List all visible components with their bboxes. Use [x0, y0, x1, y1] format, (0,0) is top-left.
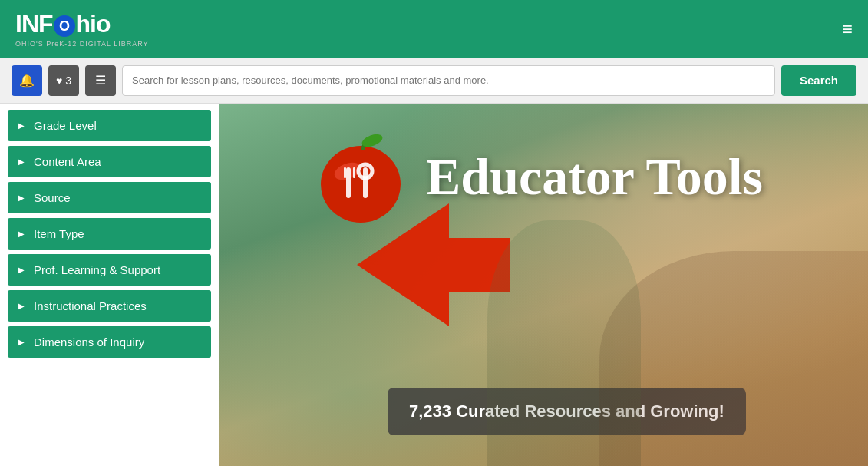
sidebar-item-label: Content Area [34, 155, 101, 168]
toolbar: 🔔 ♥ 3 ☰ Search [0, 58, 868, 104]
list-button[interactable]: ☰ [85, 65, 116, 96]
chevron-icon: ▶ [18, 230, 25, 238]
logo-wrapper: INFOhio OHIO'S PreK-12 DIGITAL LIBRARY [15, 10, 149, 48]
svg-rect-4 [344, 167, 346, 178]
sidebar-item-label: Grade Level [34, 119, 97, 132]
sidebar-item-content-area[interactable]: ▶ Content Area [8, 146, 211, 177]
favorites-button[interactable]: ♥ 3 [48, 65, 79, 96]
svg-rect-3 [346, 167, 351, 198]
search-button[interactable]: Search [781, 65, 856, 96]
logo-hio: hio [76, 10, 111, 38]
sidebar-item-label: Source [34, 191, 71, 204]
sidebar-item-item-type[interactable]: ▶ Item Type [8, 218, 211, 250]
sidebar: ▶ Grade Level ▶ Content Area ▶ Source ▶ … [0, 104, 219, 466]
sidebar-item-source[interactable]: ▶ Source [8, 182, 211, 213]
heart-icon: ♥ [56, 74, 62, 87]
svg-rect-5 [353, 167, 355, 178]
sidebar-item-prof-learning[interactable]: ▶ Prof. Learning & Support [8, 254, 211, 286]
logo-subtitle: OHIO'S PreK-12 DIGITAL LIBRARY [15, 40, 149, 48]
sidebar-item-instructional-practices[interactable]: ▶ Instructional Practices [8, 290, 211, 322]
sidebar-item-label: Prof. Learning & Support [34, 263, 160, 276]
header: INFOhio OHIO'S PreK-12 DIGITAL LIBRARY ≡ [0, 0, 868, 58]
logo-inf: INF [15, 10, 53, 38]
svg-rect-6 [363, 167, 368, 198]
chevron-icon: ▶ [18, 302, 25, 310]
main-content: ▶ Grade Level ▶ Content Area ▶ Source ▶ … [0, 104, 868, 466]
sidebar-item-dimensions-of-inquiry[interactable]: ▶ Dimensions of Inquiry [8, 326, 211, 358]
chevron-icon: ▶ [18, 193, 25, 202]
hamburger-icon[interactable]: ≡ [842, 20, 853, 38]
chevron-icon: ▶ [18, 338, 25, 346]
logo-o: O [54, 15, 75, 37]
sidebar-item-label: Dimensions of Inquiry [34, 335, 144, 349]
sidebar-item-label: Item Type [34, 227, 84, 240]
chevron-icon: ▶ [18, 157, 25, 166]
bell-button[interactable]: 🔔 [12, 65, 42, 96]
logo: INFOhio [15, 10, 149, 38]
search-input[interactable] [122, 65, 775, 96]
list-icon: ☰ [95, 73, 106, 88]
bg-person-center [487, 220, 641, 466]
favorites-count: 3 [65, 74, 71, 87]
bell-icon: 🔔 [19, 73, 35, 88]
chevron-icon: ▶ [18, 121, 25, 130]
chevron-icon: ▶ [18, 266, 25, 274]
sidebar-item-grade-level[interactable]: ▶ Grade Level [8, 110, 211, 141]
sidebar-item-label: Instructional Practices [34, 299, 147, 312]
hero-section: Educator Tools 7,233 Curated Resources a… [219, 104, 868, 466]
